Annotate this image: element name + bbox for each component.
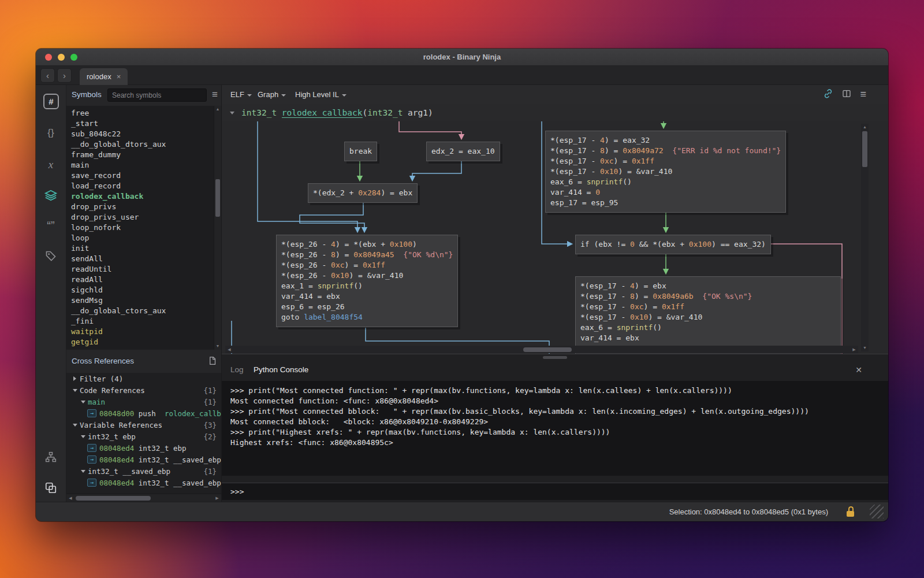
graph-view[interactable]: breakedx_2 = eax_10*(edx_2 + 0x284) = eb… bbox=[222, 121, 888, 354]
view-menu-icon[interactable]: ≡ bbox=[860, 88, 866, 101]
xrefs-options-icon[interactable] bbox=[208, 356, 217, 368]
tags-icon[interactable] bbox=[36, 247, 66, 264]
symbols-panel-icon[interactable]: # bbox=[43, 94, 59, 109]
scroll-right-icon[interactable]: ▶ bbox=[850, 346, 858, 354]
xref-row[interactable]: int32_t ebp{2} bbox=[66, 431, 221, 442]
close-panel-icon[interactable]: ✕ bbox=[855, 360, 862, 380]
scroll-down-icon[interactable]: ▼ bbox=[214, 343, 221, 350]
chevron-down-icon[interactable] bbox=[79, 435, 87, 438]
sync-link-icon[interactable] bbox=[823, 88, 833, 101]
chevron-down-icon[interactable] bbox=[79, 401, 87, 403]
xref-row[interactable]: int32_t __saved_ebp{1} bbox=[66, 465, 221, 477]
symbol-item[interactable]: sendMsg bbox=[66, 295, 221, 306]
tab-python-console[interactable]: Python Console bbox=[254, 360, 308, 380]
scrollbar-thumb[interactable] bbox=[76, 496, 151, 501]
tab-bar: ‹ › rolodex× bbox=[36, 66, 888, 85]
symbol-item[interactable]: load_record bbox=[66, 181, 221, 191]
mini-graph-icon[interactable] bbox=[36, 449, 66, 465]
symbol-item[interactable]: getgid bbox=[66, 337, 221, 347]
symbol-item[interactable]: drop_privs_user bbox=[66, 212, 221, 223]
strings-quotes-icon[interactable]: “” bbox=[36, 217, 66, 234]
symbol-item[interactable]: sendAll bbox=[66, 254, 221, 264]
graph-block[interactable]: *(esp_17 - 4) = eax_32*(esp_17 - 8) = 0x… bbox=[545, 131, 786, 213]
xref-count: {1} bbox=[203, 386, 221, 395]
scrollbar-thumb[interactable] bbox=[215, 179, 220, 217]
symbol-item[interactable]: readUntil bbox=[66, 264, 221, 275]
symbol-item[interactable]: _fini bbox=[66, 316, 221, 327]
view-mode-dropdown[interactable]: Graph bbox=[258, 85, 286, 104]
cross-references-panel-icon[interactable] bbox=[36, 479, 66, 495]
xref-row[interactable]: →08048ed4 int32_t __saved_ebp bbox=[66, 454, 221, 465]
xref-row[interactable]: Variable References{3} bbox=[66, 419, 221, 431]
symbol-item[interactable]: waitpid bbox=[66, 327, 221, 337]
chevron-right-icon[interactable] bbox=[71, 376, 79, 381]
tab-close-icon[interactable]: × bbox=[117, 72, 121, 81]
xref-row[interactable]: main{1} bbox=[66, 396, 221, 407]
binary-format-dropdown[interactable]: ELF bbox=[230, 85, 252, 104]
symbol-search-input[interactable] bbox=[107, 88, 207, 102]
symbol-item[interactable]: loop_nofork bbox=[66, 223, 221, 233]
chevron-down-icon[interactable] bbox=[71, 424, 79, 427]
graph-vscrollbar[interactable]: ▲ ▼ bbox=[861, 124, 869, 351]
xref-row[interactable]: →08048ed4 int32_t ebp bbox=[66, 442, 221, 454]
xrefs-hscrollbar[interactable]: ◀ ▶ bbox=[66, 494, 221, 502]
scroll-right-icon[interactable]: ▶ bbox=[213, 494, 221, 502]
graph-block[interactable]: break bbox=[344, 142, 377, 161]
tab-rolodex[interactable]: rolodex× bbox=[80, 68, 128, 86]
symbol-item[interactable]: __do_global_dtors_aux bbox=[66, 139, 221, 150]
symbol-item[interactable]: sub_8048c22 bbox=[66, 129, 221, 139]
tab-log[interactable]: Log bbox=[230, 360, 244, 380]
scroll-up-icon[interactable]: ▲ bbox=[214, 106, 221, 113]
xref-row[interactable]: →08048ed4 int32_t __saved_ebp bbox=[66, 477, 221, 488]
xref-row[interactable]: →08048d00 push rolodex_callback bbox=[66, 407, 221, 419]
symbol-list: free_startsub_8048c22__do_global_dtors_a… bbox=[66, 106, 221, 350]
scroll-left-icon[interactable]: ◀ bbox=[225, 346, 233, 354]
xref-row[interactable]: Filter (4) bbox=[66, 373, 221, 384]
resize-grip[interactable] bbox=[870, 505, 884, 518]
stack-layers-icon[interactable] bbox=[36, 187, 66, 203]
function-signature[interactable]: int32_t rolodex_callback(int32_t arg1) bbox=[241, 104, 433, 121]
panel-resize-handle[interactable] bbox=[543, 356, 567, 359]
console-input-row[interactable]: >>> bbox=[222, 483, 888, 500]
xrefs-panel-header: Cross References bbox=[66, 350, 221, 373]
titlebar[interactable]: rolodex - Binary Ninja bbox=[36, 49, 888, 66]
symbol-item[interactable]: init bbox=[66, 243, 221, 254]
lock-icon[interactable] bbox=[847, 506, 855, 517]
symbol-item[interactable]: save_record bbox=[66, 171, 221, 181]
symbol-item[interactable]: _start bbox=[66, 118, 221, 129]
chevron-down-icon[interactable] bbox=[71, 389, 79, 392]
types-braces-icon[interactable]: {} bbox=[36, 125, 66, 141]
graph-block[interactable]: *(esp_26 - 4) = *(ebx + 0x100)*(esp_26 -… bbox=[276, 235, 458, 327]
symbol-list-scrollbar[interactable]: ▲ ▼ bbox=[214, 106, 221, 350]
app-window: rolodex - Binary Ninja ‹ › rolodex× # {}… bbox=[36, 49, 888, 521]
symbol-item[interactable]: __do_global_ctors_aux bbox=[66, 306, 221, 316]
scrollbar-thumb[interactable] bbox=[523, 347, 572, 352]
symbol-item[interactable]: sigchld bbox=[66, 285, 221, 295]
symbol-item[interactable]: drop_privs bbox=[66, 202, 221, 212]
nav-back-button[interactable]: ‹ bbox=[40, 68, 55, 83]
symbol-item[interactable]: rolodex_callback bbox=[66, 191, 221, 202]
graph-block[interactable]: *(esp_17 - 4) = ebx*(esp_17 - 8) = 0x804… bbox=[575, 276, 841, 354]
scroll-up-icon[interactable]: ▲ bbox=[861, 124, 869, 131]
il-level-dropdown[interactable]: High Level IL bbox=[295, 85, 346, 104]
scroll-down-icon[interactable]: ▼ bbox=[861, 344, 869, 351]
split-view-icon[interactable] bbox=[842, 89, 851, 101]
scrollbar-thumb[interactable] bbox=[862, 131, 867, 167]
symbol-item[interactable]: readAll bbox=[66, 275, 221, 285]
graph-hscrollbar[interactable]: ◀ ▶ bbox=[225, 346, 858, 353]
xref-row[interactable]: Code References{1} bbox=[66, 384, 221, 396]
graph-block[interactable]: edx_2 = eax_10 bbox=[426, 142, 500, 161]
symbol-item[interactable]: free bbox=[66, 108, 221, 118]
collapse-chevron-icon[interactable] bbox=[230, 112, 234, 114]
symbol-item[interactable]: loop bbox=[66, 233, 221, 243]
nav-forward-button[interactable]: › bbox=[57, 68, 72, 83]
graph-block[interactable]: *(edx_2 + 0x284) = ebx bbox=[308, 183, 418, 203]
symbol-item[interactable]: frame_dummy bbox=[66, 150, 221, 160]
chevron-down-icon[interactable] bbox=[79, 470, 87, 473]
symbol-item[interactable]: main bbox=[66, 160, 221, 171]
symbols-menu-icon[interactable]: ≡ bbox=[212, 87, 218, 102]
console-output[interactable]: >>> print("Most connected function: " + … bbox=[222, 381, 888, 476]
variables-icon[interactable]: x bbox=[36, 157, 66, 173]
graph-block[interactable]: if (ebx != 0 && *(ebx + 0x100) == eax_32… bbox=[575, 235, 771, 254]
scroll-left-icon[interactable]: ◀ bbox=[66, 494, 74, 502]
